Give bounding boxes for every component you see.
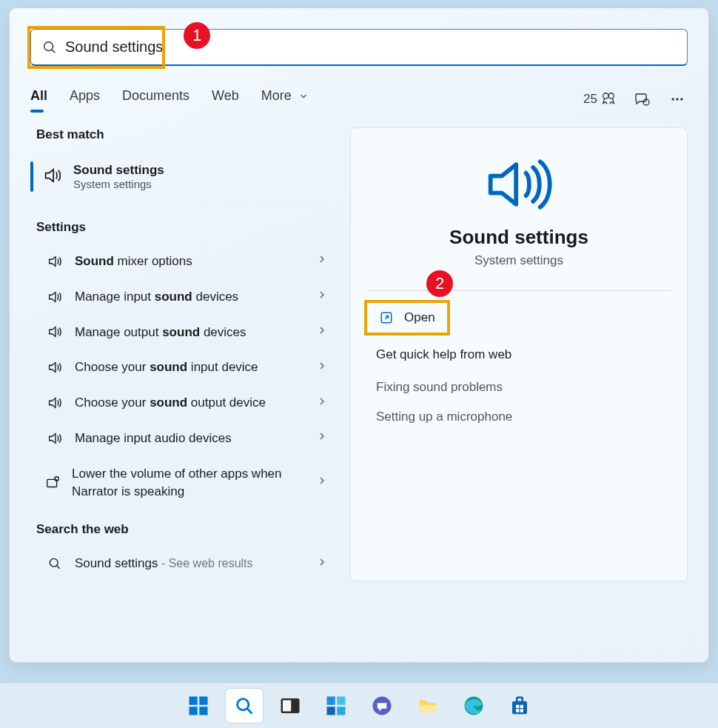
chevron-right-icon (316, 253, 328, 269)
rewards-points[interactable]: 25 (583, 91, 617, 107)
narrator-icon (45, 475, 61, 491)
file-explorer-button[interactable] (409, 689, 446, 723)
svg-point-5 (672, 98, 674, 100)
speaker-icon (45, 289, 64, 305)
svg-point-7 (680, 98, 682, 100)
best-match-title: Sound settings (73, 163, 164, 178)
svg-line-18 (247, 708, 252, 713)
open-action[interactable]: Open (370, 304, 444, 331)
help-link-setup-microphone[interactable]: Setting up a microphone (367, 402, 671, 432)
svg-rect-32 (516, 709, 519, 712)
chevron-right-icon (316, 289, 328, 304)
widgets-button[interactable] (318, 689, 355, 723)
store-button[interactable] (501, 689, 538, 723)
speaker-icon (45, 324, 64, 340)
section-web: Search the web (36, 522, 334, 537)
results-list: Best match Sound settings System setting… (30, 127, 334, 581)
settings-result-item[interactable]: Sound mixer options (30, 244, 334, 279)
edge-button[interactable] (455, 689, 492, 723)
result-label: Choose your sound output device (75, 394, 316, 412)
chevron-right-icon (316, 430, 328, 446)
help-link-fixing-sound[interactable]: Fixing sound problems (367, 373, 671, 402)
settings-result-item[interactable]: Manage output sound devices (30, 315, 334, 350)
annotation-callout-1: 1 (184, 22, 210, 49)
divider (367, 290, 671, 291)
open-external-icon (379, 310, 394, 325)
section-best-match: Best match (36, 127, 334, 142)
detail-pane: Sound settings System settings 2 Open Ge… (350, 127, 688, 581)
detail-subtitle: System settings (367, 253, 671, 268)
chevron-right-icon (316, 475, 328, 490)
settings-result-item[interactable]: Lower the volume of other apps when Narr… (30, 456, 334, 510)
speaker-icon (45, 253, 64, 270)
svg-point-2 (603, 93, 608, 98)
result-label: Choose your sound input device (75, 358, 316, 376)
speaker-icon (45, 395, 64, 411)
annotation-highlight-2: Open (370, 304, 444, 331)
svg-rect-24 (337, 707, 345, 715)
svg-rect-33 (520, 709, 523, 712)
svg-point-6 (676, 98, 678, 100)
more-options-icon[interactable] (667, 89, 688, 110)
svg-rect-12 (381, 313, 391, 322)
speaker-icon (45, 359, 64, 375)
medal-icon (600, 91, 617, 107)
svg-rect-29 (517, 697, 523, 701)
tab-apps[interactable]: Apps (70, 88, 100, 110)
settings-result-item[interactable]: Manage input sound devices (30, 279, 334, 315)
search-icon (41, 39, 58, 56)
settings-result-item[interactable]: Choose your sound input device (30, 350, 334, 385)
tab-more-label: More (261, 88, 292, 103)
result-label: Lower the volume of other apps when Narr… (72, 465, 316, 501)
rewards-count: 25 (583, 92, 597, 107)
best-match-item[interactable]: Sound settings System settings (30, 151, 334, 202)
filter-tabs: All Apps Documents Web More 25 (30, 88, 688, 110)
chevron-right-icon (316, 360, 328, 375)
svg-rect-26 (420, 704, 437, 712)
open-label: Open (404, 310, 435, 325)
tab-more[interactable]: More (261, 88, 309, 110)
svg-line-11 (57, 566, 60, 569)
taskbar (0, 682, 718, 728)
svg-rect-20 (283, 700, 291, 711)
svg-line-1 (52, 50, 55, 53)
svg-point-3 (608, 93, 614, 98)
search-panel: 1 All Apps Documents Web More 25 (9, 7, 709, 663)
svg-rect-16 (199, 707, 207, 715)
section-settings: Settings (36, 220, 334, 235)
task-view-button[interactable] (272, 689, 309, 723)
settings-result-item[interactable]: Choose your sound output device (30, 385, 334, 421)
settings-result-item[interactable]: Manage input audio devices (30, 421, 334, 456)
search-icon (45, 556, 64, 571)
tab-documents[interactable]: Documents (122, 88, 189, 110)
result-label: Manage output sound devices (75, 324, 316, 341)
web-result-item[interactable]: Sound settings - See web results (30, 546, 334, 581)
chevron-down-icon (298, 91, 309, 101)
chat-button[interactable] (363, 689, 400, 723)
tab-all[interactable]: All (30, 88, 47, 110)
help-section-title: Get quick help from web (376, 347, 671, 362)
chevron-right-icon (316, 556, 328, 572)
annotation-callout-2: 2 (426, 270, 453, 297)
svg-rect-15 (189, 707, 198, 715)
svg-rect-14 (199, 696, 207, 704)
svg-point-10 (50, 559, 58, 567)
svg-rect-22 (337, 696, 345, 704)
chevron-right-icon (316, 395, 328, 411)
result-label: Manage input audio devices (75, 430, 316, 447)
detail-title: Sound settings (367, 226, 671, 249)
speaker-icon (42, 165, 63, 189)
web-result-label: Sound settings - See web results (75, 555, 316, 572)
chevron-right-icon (316, 324, 328, 340)
svg-rect-28 (512, 701, 527, 714)
taskbar-search-button[interactable] (226, 689, 263, 723)
search-bar: 1 (30, 29, 688, 66)
svg-point-17 (238, 698, 249, 709)
tab-web[interactable]: Web (212, 88, 239, 110)
chat-icon[interactable] (631, 89, 652, 110)
svg-point-0 (44, 42, 53, 51)
best-match-subtitle: System settings (73, 178, 164, 190)
start-button[interactable] (180, 689, 217, 723)
speaker-icon (45, 430, 64, 447)
svg-rect-13 (189, 696, 198, 704)
